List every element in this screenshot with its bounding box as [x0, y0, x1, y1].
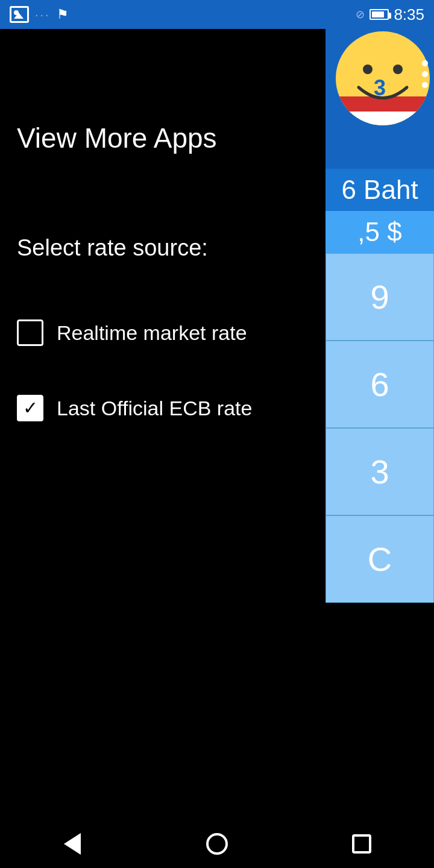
recents-icon [352, 834, 371, 854]
view-more-apps-label[interactable]: View More Apps [17, 122, 217, 154]
status-bar-right: ⊘ 8:35 [356, 5, 424, 24]
ecb-rate-row[interactable]: ✓ Last Official ECB rate [17, 395, 252, 421]
numpad-button-6[interactable]: 6 [326, 341, 434, 428]
bottom-nav [0, 820, 434, 868]
dollar-display: ,5 $ [326, 211, 434, 253]
numpad-3-label: 3 [370, 452, 389, 491]
dollar-value: ,5 $ [357, 217, 401, 247]
ecb-rate-checkbox[interactable]: ✓ [17, 395, 43, 421]
ecb-rate-label: Last Official ECB rate [57, 397, 252, 420]
status-bar-left: ∙∙∙ ⚑ [10, 6, 69, 23]
home-icon [206, 833, 228, 855]
status-bar: ∙∙∙ ⚑ ⊘ 8:35 [0, 0, 434, 29]
realtime-rate-row[interactable]: Realtime market rate [17, 319, 247, 346]
numpad-9-label: 9 [370, 277, 389, 316]
battery-icon [370, 9, 389, 20]
no-sim-icon: ⊘ [356, 8, 365, 21]
back-icon [64, 833, 81, 855]
numpad-c-label: C [368, 539, 392, 579]
menu-dot-1 [422, 60, 428, 66]
app-logo: 3 [335, 30, 431, 139]
numpad-6-label: 6 [370, 365, 389, 404]
realtime-rate-label: Realtime market rate [57, 321, 247, 345]
svg-rect-4 [335, 127, 431, 139]
svg-rect-3 [335, 112, 431, 127]
menu-dot-3 [422, 82, 428, 88]
dots-icon: ∙∙∙ [35, 8, 51, 22]
svg-point-6 [393, 64, 403, 74]
status-time: 8:35 [394, 5, 424, 24]
realtime-rate-checkbox[interactable] [17, 319, 43, 346]
check-icon: ✓ [23, 399, 38, 417]
image-icon [10, 6, 29, 23]
flag-icon: ⚑ [57, 7, 69, 22]
numpad-button-9[interactable]: 9 [326, 253, 434, 341]
numpad-button-c[interactable]: C [326, 515, 434, 603]
back-button[interactable] [48, 826, 96, 862]
left-panel: View More Apps Select rate source: Realt… [0, 0, 326, 868]
baht-display: 6 Baht [326, 169, 434, 211]
numpad-button-3[interactable]: 3 [326, 428, 434, 515]
select-rate-source-label: Select rate source: [17, 235, 208, 261]
recents-button[interactable] [338, 826, 386, 862]
svg-point-5 [363, 64, 373, 74]
three-dots-menu[interactable] [422, 60, 428, 88]
baht-value: 6 Baht [341, 175, 418, 205]
svg-text:3: 3 [374, 75, 386, 100]
home-button[interactable] [193, 826, 241, 862]
menu-dot-2 [422, 71, 428, 77]
